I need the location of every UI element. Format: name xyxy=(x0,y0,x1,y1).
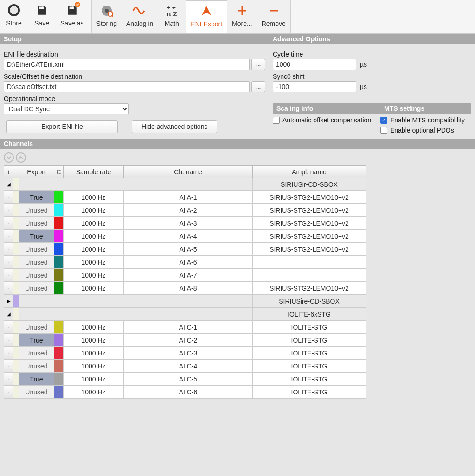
rate-cell[interactable]: 1000 Hz xyxy=(64,386,124,399)
hide-advanced-button[interactable]: Hide advanced options xyxy=(132,120,217,133)
name-cell[interactable]: AI C-1 xyxy=(124,321,253,334)
export-column-header[interactable]: Export xyxy=(19,166,54,178)
export-eni-button[interactable]: Export ENI file xyxy=(6,120,118,133)
name-cell[interactable]: AI A-7 xyxy=(124,269,253,282)
rate-cell[interactable]: 1000 Hz xyxy=(64,243,124,256)
export-cell[interactable]: True xyxy=(19,230,54,243)
table-row[interactable]: ▫Unused1000 HzAI C-1IOLITE-STG xyxy=(4,321,366,334)
scale-dest-input[interactable] xyxy=(4,81,250,92)
export-cell[interactable]: Unused xyxy=(19,347,54,360)
name-cell[interactable]: AI A-5 xyxy=(124,243,253,256)
rate-column-header[interactable]: Sample rate xyxy=(64,166,124,178)
row-handle[interactable]: ▫ xyxy=(4,269,13,282)
name-cell[interactable]: AI C-6 xyxy=(124,386,253,399)
name-cell[interactable]: AI C-3 xyxy=(124,347,253,360)
rate-cell[interactable]: 1000 Hz xyxy=(64,334,124,347)
export-cell[interactable]: Unused xyxy=(19,204,54,217)
opt-pdo-checkbox[interactable] xyxy=(380,127,387,134)
scale-dest-browse-button[interactable]: ... xyxy=(251,81,265,92)
color-chip[interactable] xyxy=(54,334,64,347)
sync0-input[interactable] xyxy=(273,81,356,92)
row-handle[interactable]: ▫ xyxy=(4,347,13,360)
row-handle[interactable]: ▫ xyxy=(4,386,13,399)
remove-button[interactable]: Remove xyxy=(257,0,290,33)
table-row[interactable]: ▫True1000 HzAI C-2IOLITE-STG xyxy=(4,334,366,347)
cycle-time-input[interactable] xyxy=(273,59,356,70)
table-row[interactable]: ▫Unused1000 HzAI A-5SIRIUS-STG2-LEMO10+v… xyxy=(4,243,366,256)
group-expander[interactable]: ◢ xyxy=(4,178,13,191)
export-cell[interactable]: True xyxy=(19,373,54,386)
name-cell[interactable]: AI A-1 xyxy=(124,191,253,204)
export-cell[interactable]: Unused xyxy=(19,321,54,334)
export-cell[interactable]: Unused xyxy=(19,386,54,399)
export-cell[interactable]: True xyxy=(19,334,54,347)
export-cell[interactable]: Unused xyxy=(19,256,54,269)
rate-cell[interactable]: 1000 Hz xyxy=(64,373,124,386)
row-handle[interactable]: ▫ xyxy=(4,334,13,347)
row-handle[interactable]: ▫ xyxy=(4,360,13,373)
ampl-column-header[interactable]: Ampl. name xyxy=(253,166,366,178)
name-cell[interactable]: AI A-3 xyxy=(124,217,253,230)
row-handle[interactable]: ▫ xyxy=(4,204,13,217)
name-cell[interactable]: AI A-6 xyxy=(124,256,253,269)
table-row[interactable]: ▫Unused1000 HzAI A-8SIRIUS-STG2-LEMO10+v… xyxy=(4,282,366,295)
table-row[interactable]: ▫Unused1000 HzAI A-6 xyxy=(4,256,366,269)
auto-offset-checkbox[interactable] xyxy=(273,117,280,124)
color-chip[interactable] xyxy=(54,360,64,373)
color-chip[interactable] xyxy=(54,321,64,334)
row-handle[interactable]: ▫ xyxy=(4,282,13,295)
mark-column-header[interactable] xyxy=(13,166,19,178)
color-chip[interactable] xyxy=(54,243,64,256)
export-cell[interactable]: Unused xyxy=(19,243,54,256)
group-expander[interactable]: ▶ xyxy=(4,295,13,308)
rate-cell[interactable]: 1000 Hz xyxy=(64,269,124,282)
rate-cell[interactable]: 1000 Hz xyxy=(64,256,124,269)
group-row[interactable]: ◢SIRIUSir-CD-SBOX xyxy=(4,178,366,191)
math-button[interactable]: + ÷π Σ Math xyxy=(158,0,186,33)
color-chip[interactable] xyxy=(54,256,64,269)
eni-dest-input[interactable] xyxy=(4,59,250,70)
collapse-all-button[interactable] xyxy=(16,152,26,163)
table-row[interactable]: ▫Unused1000 HzAI A-3SIRIUS-STG2-LEMO10+v… xyxy=(4,217,366,230)
color-chip[interactable] xyxy=(54,230,64,243)
table-row[interactable]: ▫Unused1000 HzAI A-2SIRIUS-STG2-LEMO10+v… xyxy=(4,204,366,217)
color-chip[interactable] xyxy=(54,269,64,282)
color-chip[interactable] xyxy=(54,282,64,295)
analog-in-button[interactable]: Analog in xyxy=(122,0,158,33)
row-handle[interactable]: ▫ xyxy=(4,230,13,243)
table-row[interactable]: ▫Unused1000 HzAI A-7 xyxy=(4,269,366,282)
color-chip[interactable] xyxy=(54,191,64,204)
color-chip[interactable] xyxy=(54,217,64,230)
rate-cell[interactable]: 1000 Hz xyxy=(64,230,124,243)
row-handle[interactable]: ▫ xyxy=(4,321,13,334)
group-row[interactable]: ◢IOLITE-6xSTG xyxy=(4,308,366,321)
c-column-header[interactable]: C xyxy=(54,166,64,178)
row-handle[interactable]: ▫ xyxy=(4,217,13,230)
row-handle[interactable]: ▫ xyxy=(4,373,13,386)
table-row[interactable]: ▫True1000 HzAI A-1SIRIUS-STG2-LEMO10+v2 xyxy=(4,191,366,204)
rate-cell[interactable]: 1000 Hz xyxy=(64,217,124,230)
color-chip[interactable] xyxy=(54,386,64,399)
name-cell[interactable]: AI C-4 xyxy=(124,360,253,373)
export-cell[interactable]: Unused xyxy=(19,360,54,373)
name-cell[interactable]: AI A-4 xyxy=(124,230,253,243)
rate-cell[interactable]: 1000 Hz xyxy=(64,360,124,373)
name-column-header[interactable]: Ch. name xyxy=(124,166,253,178)
storing-button[interactable]: Storing xyxy=(92,0,122,33)
name-cell[interactable]: AI C-5 xyxy=(124,373,253,386)
more-button[interactable]: More... xyxy=(227,0,257,33)
rate-cell[interactable]: 1000 Hz xyxy=(64,347,124,360)
mts-compat-checkbox[interactable] xyxy=(380,117,387,124)
eni-dest-browse-button[interactable]: ... xyxy=(251,59,265,70)
eni-export-button[interactable]: ENI Export xyxy=(186,0,227,33)
export-cell[interactable]: Unused xyxy=(19,269,54,282)
export-cell[interactable]: Unused xyxy=(19,282,54,295)
color-chip[interactable] xyxy=(54,347,64,360)
rate-cell[interactable]: 1000 Hz xyxy=(64,321,124,334)
row-handle[interactable]: ▫ xyxy=(4,256,13,269)
table-row[interactable]: ▫True1000 HzAI A-4SIRIUS-STG2-LEMO10+v2 xyxy=(4,230,366,243)
name-cell[interactable]: AI A-2 xyxy=(124,204,253,217)
rate-cell[interactable]: 1000 Hz xyxy=(64,191,124,204)
op-mode-select[interactable]: Dual DC Sync xyxy=(4,103,129,114)
row-handle[interactable]: ▫ xyxy=(4,243,13,256)
